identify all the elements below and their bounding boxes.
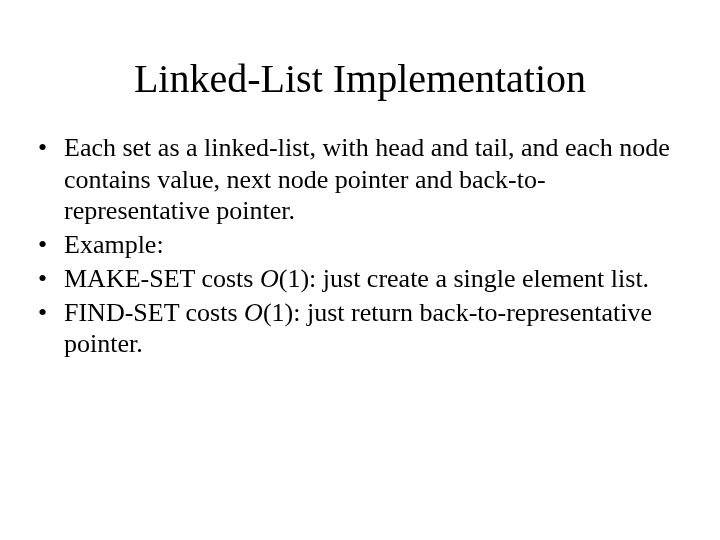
bullet-text-pre: MAKE-SET costs [64,264,260,293]
list-item: MAKE-SET costs O(1): just create a singl… [38,263,690,295]
bullet-list: Each set as a linked-list, with head and… [38,132,690,360]
list-item: FIND-SET costs O(1): just return back-to… [38,297,690,360]
bullet-text-post: (1): just create a single element list. [279,264,649,293]
slide: Linked-List Implementation Each set as a… [0,0,720,540]
big-o-notation: O [260,264,279,293]
big-o-notation: O [244,298,263,327]
slide-title: Linked-List Implementation [30,55,690,102]
bullet-text: Example: [64,230,164,259]
list-item: Example: [38,229,690,261]
bullet-text-pre: FIND-SET costs [64,298,244,327]
bullet-text: Each set as a linked-list, with head and… [64,133,670,225]
list-item: Each set as a linked-list, with head and… [38,132,690,227]
